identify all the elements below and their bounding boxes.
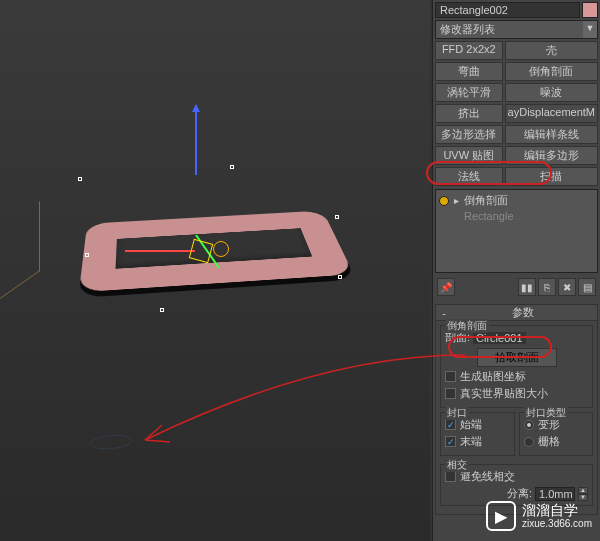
- modifier-turbosmooth[interactable]: 涡轮平滑: [435, 83, 503, 102]
- stack-item-bevel-profile[interactable]: ▸ 倒角剖面: [438, 192, 595, 209]
- chevron-down-icon: ▼: [583, 21, 597, 38]
- scene-object-profile-circle[interactable]: [89, 433, 132, 451]
- show-end-result-button[interactable]: ▮▮: [518, 278, 536, 296]
- real-world-checkbox[interactable]: 真实世界贴图大小: [445, 386, 588, 401]
- checkbox-icon: ✓: [445, 436, 456, 447]
- group-label: 相交: [445, 458, 469, 472]
- group-label: 倒角剖面: [445, 319, 489, 333]
- checkbox-icon: [445, 471, 456, 482]
- profile-value: Circle001: [473, 332, 525, 344]
- expand-icon[interactable]: ▸: [452, 195, 461, 206]
- intersection-group: 相交 避免线相交 分离: 1.0mm ▲▼: [440, 464, 593, 506]
- modifier-uvw-map[interactable]: UVW 贴图: [435, 146, 503, 165]
- checkbox-label: 真实世界贴图大小: [460, 386, 548, 401]
- bevel-profile-group: 倒角剖面 剖面: Circle001 拾取剖面 生成贴图坐标 真实世界贴图大小: [440, 325, 593, 408]
- viewport[interactable]: [0, 0, 430, 541]
- selection-handle[interactable]: [338, 275, 342, 279]
- modifier-list-label: 修改器列表: [436, 21, 583, 38]
- modify-panel: Rectangle002 修改器列表 ▼ FFD 2x2x2 壳 弯曲 倒角剖面…: [432, 0, 600, 541]
- checkbox-label: 末端: [460, 434, 482, 449]
- selection-handle[interactable]: [78, 177, 82, 181]
- selection-handle[interactable]: [85, 253, 89, 257]
- separation-spinner[interactable]: 1.0mm: [535, 487, 575, 501]
- selection-handle[interactable]: [230, 165, 234, 169]
- selection-handle[interactable]: [160, 308, 164, 312]
- modifier-noise[interactable]: 噪波: [505, 83, 598, 102]
- modifier-shell[interactable]: 壳: [505, 41, 598, 60]
- scene-object-triangle: [0, 201, 40, 299]
- modifier-sweep[interactable]: 扫描: [505, 167, 598, 186]
- make-unique-button[interactable]: ⎘: [538, 278, 556, 296]
- modifier-extrude[interactable]: 挤出: [435, 104, 503, 123]
- radio-icon: [524, 420, 534, 430]
- modifier-poly-select[interactable]: 多边形选择: [435, 125, 503, 144]
- modifier-displacement[interactable]: ayDisplacementM: [505, 104, 598, 123]
- modifier-buttons-grid: FFD 2x2x2 壳 弯曲 倒角剖面 涡轮平滑 噪波 挤出 ayDisplac…: [435, 41, 598, 186]
- object-name-field[interactable]: Rectangle002: [435, 2, 580, 18]
- axis-x[interactable]: [125, 250, 195, 252]
- rollout-title: 参数: [450, 305, 595, 320]
- remove-modifier-button[interactable]: ✖: [558, 278, 576, 296]
- radio-label: 栅格: [538, 434, 560, 449]
- checkbox-label: 生成贴图坐标: [460, 369, 526, 384]
- modifier-bevel-profile[interactable]: 倒角剖面: [505, 62, 598, 81]
- capping-group: 封口 ✓ 始端 ✓ 末端: [440, 412, 515, 456]
- parameters-rollout: - 参数 倒角剖面 剖面: Circle001 拾取剖面 生成贴图坐标 真实世界…: [435, 304, 598, 515]
- cap-type-group: 封口类型 变形 栅格: [519, 412, 594, 456]
- modifier-stack[interactable]: ▸ 倒角剖面 Rectangle: [435, 189, 598, 273]
- spinner-value: 1.0mm: [539, 488, 573, 500]
- cap-end-checkbox[interactable]: ✓ 末端: [445, 434, 510, 449]
- stack-toolbar: 📌 ▮▮ ⎘ ✖ ▤: [435, 276, 598, 298]
- checkbox-icon: [445, 388, 456, 399]
- modifier-edit-poly[interactable]: 编辑多边形: [505, 146, 598, 165]
- spinner-buttons[interactable]: ▲▼: [578, 487, 588, 501]
- object-color-swatch[interactable]: [582, 2, 598, 18]
- selection-handle[interactable]: [335, 215, 339, 219]
- axis-z[interactable]: [195, 105, 197, 175]
- modifier-normal[interactable]: 法线: [435, 167, 503, 186]
- stack-item-label: 倒角剖面: [464, 193, 508, 208]
- stack-item-label: Rectangle: [464, 210, 514, 222]
- radio-icon: [524, 437, 534, 447]
- cap-grid-radio[interactable]: 栅格: [524, 434, 589, 449]
- stack-item-base[interactable]: Rectangle: [438, 209, 595, 223]
- modifier-ffd[interactable]: FFD 2x2x2: [435, 41, 503, 60]
- collapse-icon: -: [438, 307, 450, 319]
- modifier-bend[interactable]: 弯曲: [435, 62, 503, 81]
- configure-sets-button[interactable]: ▤: [578, 278, 596, 296]
- group-label: 封口: [445, 406, 469, 420]
- generate-uv-checkbox[interactable]: 生成贴图坐标: [445, 369, 588, 384]
- checkbox-icon: [445, 371, 456, 382]
- separation-label: 分离:: [445, 486, 532, 501]
- visibility-toggle-icon[interactable]: [439, 196, 449, 206]
- checkbox-icon: ✓: [445, 419, 456, 430]
- gizmo-screen-handle[interactable]: [213, 241, 229, 257]
- group-label: 封口类型: [524, 406, 568, 420]
- pin-stack-button[interactable]: 📌: [437, 278, 455, 296]
- pick-profile-button[interactable]: 拾取剖面: [477, 348, 557, 367]
- modifier-edit-spline[interactable]: 编辑样条线: [505, 125, 598, 144]
- modifier-list-dropdown[interactable]: 修改器列表 ▼: [435, 20, 598, 39]
